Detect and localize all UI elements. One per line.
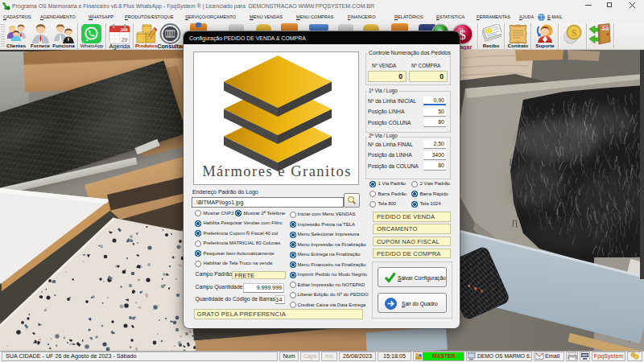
svg-text:Mármores e Granitos: Mármores e Granitos xyxy=(202,163,352,179)
svg-text:EXIT: EXIT xyxy=(601,26,609,30)
svg-text:JAN: JAN xyxy=(120,28,127,32)
svg-text:S: S xyxy=(572,27,577,39)
svg-text:29: 29 xyxy=(122,37,128,43)
svg-text:$: $ xyxy=(459,27,466,43)
